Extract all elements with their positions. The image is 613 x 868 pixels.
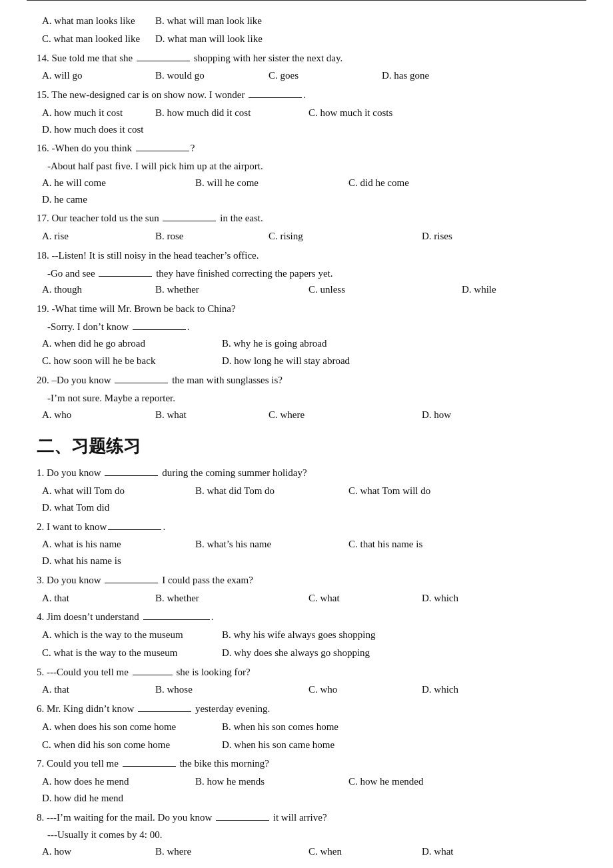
q19-option-a: A. when did he go abroad [42, 335, 215, 352]
s2q2-options: A. what is his name B. what’s his name C… [42, 536, 576, 569]
q16-options: A. he will come B. will he come C. did h… [42, 175, 576, 208]
s2q5-option-d: D. which [422, 681, 528, 698]
option-c-pre1: C. what man looked like [42, 31, 149, 47]
s2q1-option-d: D. what Tom did [42, 499, 189, 516]
s2-question-4: 4. Jim doesn’t understand . A. which is … [37, 609, 576, 661]
q16-option-b: B. will he come [195, 175, 342, 191]
s2q4-option-b: B. why his wife always goes shopping [222, 627, 395, 643]
s2q7-option-b: B. how he mends [195, 773, 342, 790]
q17-options: A. rise B. rose C. rising D. rises [42, 228, 576, 245]
s2q7-text: 7. Could you tell me the bike this morni… [37, 755, 576, 772]
option-a-pre1: A. what man looks like [42, 13, 149, 29]
question-20: 20. –Do you know the man with sunglasses… [37, 372, 576, 423]
q14-text: 14. Sue told me that she shopping with h… [37, 50, 576, 67]
q15-text: 15. The new-designed car is on show now.… [37, 87, 576, 103]
s2q7-option-d: D. how did he mend [42, 790, 189, 807]
s2q4-option-d: D. why does she always go shopping [222, 645, 395, 661]
question-16: 16. -When do you think ? -About half pas… [37, 140, 576, 207]
q18-option-d: D. while [462, 281, 568, 298]
q20-blank [115, 383, 168, 383]
q17-option-b: B. rose [155, 228, 262, 245]
q15-option-c: C. how much it costs [308, 105, 455, 121]
q15-blank [249, 97, 302, 98]
s2q8-option-a: A. how [42, 843, 149, 860]
s2q6-option-b: B. when his son comes home [222, 719, 395, 735]
s2q5-blank [133, 675, 173, 675]
s2q6-text: 6. Mr. King didn’t know yesterday evenin… [37, 701, 576, 717]
s2q7-option-a: A. how does he mend [42, 773, 189, 790]
s2q5-option-c: C. who [308, 681, 415, 698]
q16-subtext: -About half past five. I will pick him u… [47, 158, 576, 175]
q19-option-c: C. how soon will he be back [42, 353, 215, 369]
q19-blank [133, 329, 186, 330]
q14-blank [137, 61, 190, 61]
question-17: 17. Our teacher told us the sun in the e… [37, 210, 576, 245]
s2q8-option-b: B. where [155, 843, 302, 860]
s2q5-option-a: A. that [42, 681, 149, 698]
q20-option-b: B. what [155, 407, 262, 423]
q20-subtext: -I’m not sure. Maybe a reporter. [47, 390, 576, 407]
s2q6-option-a: A. when does his son come home [42, 719, 215, 735]
q18-option-b: B. whether [155, 281, 302, 298]
q19-options-row2: C. how soon will he be back D. how long … [42, 353, 576, 369]
s2q4-blank [143, 619, 210, 620]
s2q4-option-a: A. which is the way to the museum [42, 627, 215, 643]
s2q1-text: 1. Do you know during the coming summer … [37, 465, 576, 481]
q17-option-c: C. rising [269, 228, 415, 245]
s2q4-options-row2: C. what is the way to the museum D. why … [42, 645, 576, 661]
q19-option-d: D. how long he will stay abroad [222, 353, 395, 369]
s2q3-option-a: A. that [42, 590, 149, 607]
question-19: 19. -What time will Mr. Brown be back to… [37, 301, 576, 369]
s2q7-blank [123, 766, 176, 767]
s2q7-options: A. how does he mend B. how he mends C. h… [42, 773, 576, 807]
s2q2-option-b: B. what’s his name [195, 536, 342, 553]
s2q1-option-b: B. what did Tom do [195, 483, 342, 499]
q18-options: A. though B. whether C. unless D. while [42, 281, 576, 298]
s2q7-option-c: C. how he mended [348, 773, 495, 790]
s2q4-text: 4. Jim doesn’t understand . [37, 609, 576, 625]
s2q1-options: A. what will Tom do B. what did Tom do C… [42, 483, 576, 516]
question-18: 18. --Listen! It is still noisy in the h… [37, 247, 576, 298]
s2-question-5: 5. ---Could you tell me she is looking f… [37, 664, 576, 699]
s2q8-text: 8. ---I’m waiting for the mail. Do you k… [37, 809, 576, 826]
s2q2-option-a: A. what is his name [42, 536, 189, 553]
q20-text: 20. –Do you know the man with sunglasses… [37, 372, 576, 389]
s2q2-blank [108, 529, 161, 530]
s2q8-options: A. how B. where C. when D. what [42, 843, 576, 860]
q16-blank [136, 151, 189, 151]
q16-option-a: A. he will come [42, 175, 189, 191]
question-14: 14. Sue told me that she shopping with h… [37, 50, 576, 85]
s2q8-blank [216, 820, 269, 821]
q14-options: A. will go B. would go C. goes D. has go… [42, 67, 576, 84]
s2-question-8: 8. ---I’m waiting for the mail. Do you k… [37, 809, 576, 860]
s2q6-blank [138, 711, 191, 712]
s2q3-option-c: C. what [308, 590, 415, 607]
q19-subtext: -Sorry. I don’t know . [47, 319, 576, 335]
s2q3-options: A. that B. whether C. what D. which [42, 590, 576, 607]
pre-options-row1: A. what man looks like B. what will man … [37, 13, 576, 47]
q15-option-b: B. how much did it cost [155, 105, 302, 121]
s2-question-2: 2. I want to know. A. what is his name B… [37, 519, 576, 569]
q18-option-c: C. unless [308, 281, 455, 298]
s2q1-option-c: C. what Tom will do [348, 483, 495, 499]
s2q2-option-c: C. that his name is [348, 536, 495, 553]
q15-option-d: D. how much does it cost [42, 121, 189, 138]
q15-option-a: A. how much it cost [42, 105, 149, 121]
s2-question-7: 7. Could you tell me the bike this morni… [37, 755, 576, 806]
s2q5-options: A. that B. whose C. who D. which [42, 681, 576, 698]
q15-options: A. how much it cost B. how much did it c… [42, 105, 576, 138]
s2q8-option-d: D. what [422, 843, 528, 860]
q20-option-c: C. where [269, 407, 415, 423]
s2-question-1: 1. Do you know during the coming summer … [37, 465, 576, 515]
s2q8-subtext: ---Usually it comes by 4: 00. [47, 827, 576, 843]
s2q5-text: 5. ---Could you tell me she is looking f… [37, 664, 576, 681]
option-d-pre1: D. what man will look like [155, 31, 302, 47]
q14-option-d: D. has gone [382, 67, 488, 84]
q14-option-b: B. would go [155, 67, 262, 84]
s2q1-blank [105, 475, 158, 476]
q19-options: A. when did he go abroad B. why he is go… [42, 335, 576, 352]
q20-option-d: D. how [422, 407, 528, 423]
s2q2-text: 2. I want to know. [37, 519, 576, 535]
q17-option-a: A. rise [42, 228, 149, 245]
q17-blank [163, 221, 216, 221]
